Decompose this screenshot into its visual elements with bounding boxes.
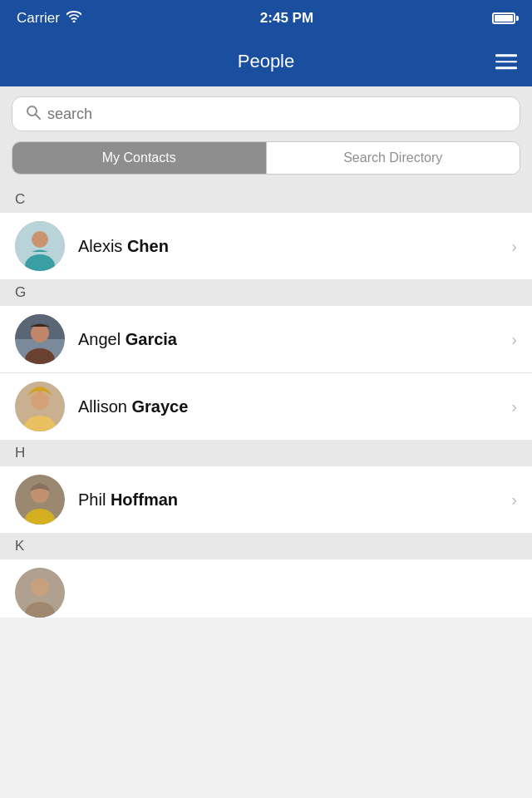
contact-name: Alexis Chen: [78, 237, 498, 256]
contact-name: Angel Garcia: [78, 330, 498, 349]
contact-group-c: Alexis Chen ›: [0, 213, 532, 279]
section-header-g: G: [0, 279, 532, 306]
nav-bar: People: [0, 37, 532, 86]
contact-row[interactable]: Phil Hoffman ›: [0, 466, 532, 533]
hamburger-icon: [495, 54, 517, 57]
contact-name: Allison Grayce: [78, 397, 498, 416]
search-bar[interactable]: [12, 96, 520, 131]
contact-row[interactable]: Alexis Chen ›: [0, 213, 532, 279]
contact-name: Phil Hoffman: [78, 490, 498, 510]
contact-row[interactable]: [0, 559, 532, 618]
svg-point-16: [31, 578, 49, 596]
status-time: 2:45 PM: [260, 10, 313, 27]
status-right: [492, 12, 515, 24]
search-input[interactable]: [47, 106, 506, 123]
contact-group-k: [0, 559, 532, 618]
hamburger-icon: [495, 66, 517, 69]
avatar: [15, 568, 65, 618]
chevron-right-icon: ›: [511, 330, 517, 349]
section-header-k: K: [0, 533, 532, 559]
avatar: [15, 475, 65, 525]
status-bar: Carrier 2:45 PM: [0, 0, 532, 37]
chevron-right-icon: ›: [511, 490, 517, 510]
contact-row[interactable]: Angel Garcia ›: [0, 306, 532, 373]
tab-search-directory[interactable]: Search Directory: [267, 142, 520, 174]
wifi-icon: [66, 10, 81, 27]
search-bar-container: [0, 86, 532, 141]
avatar: [15, 382, 65, 431]
contact-group-h: Phil Hoffman ›: [0, 466, 532, 533]
menu-button[interactable]: [495, 54, 517, 69]
segment-wrapper: My Contacts Search Directory: [12, 141, 520, 175]
svg-point-7: [31, 324, 49, 342]
avatar: [15, 314, 65, 364]
page-title: People: [238, 51, 295, 72]
search-icon: [26, 105, 41, 124]
tab-my-contacts[interactable]: My Contacts: [12, 142, 266, 174]
segment-control: My Contacts Search Directory: [0, 141, 532, 186]
avatar: [15, 221, 65, 271]
svg-line-1: [36, 114, 41, 119]
contact-row[interactable]: Allison Grayce ›: [0, 373, 532, 440]
chevron-right-icon: ›: [511, 237, 517, 256]
chevron-right-icon: ›: [511, 397, 517, 416]
contact-list: C Alexis Chen › G: [0, 186, 532, 618]
svg-point-10: [31, 392, 49, 410]
hamburger-icon: [495, 61, 517, 63]
status-left: Carrier: [17, 10, 81, 27]
contact-group-g: Angel Garcia › Allison Grayce: [0, 306, 532, 440]
section-header-c: C: [0, 186, 532, 213]
battery-icon: [492, 12, 515, 24]
carrier-label: Carrier: [17, 10, 60, 27]
section-header-h: H: [0, 440, 532, 466]
svg-point-3: [32, 231, 48, 248]
